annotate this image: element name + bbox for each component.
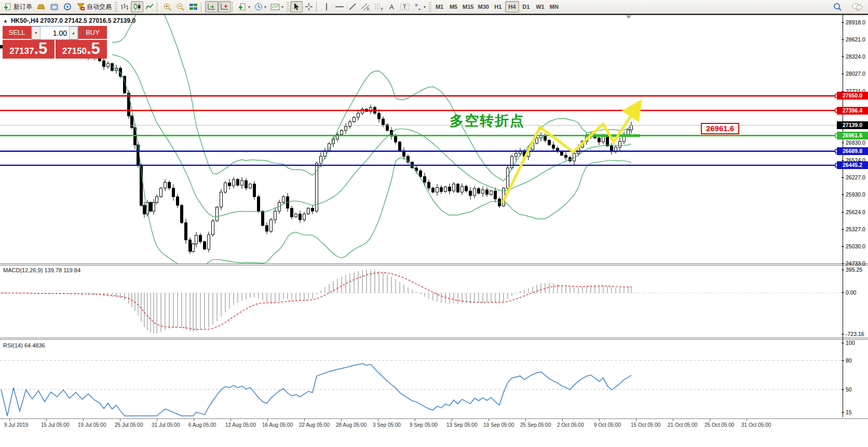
timeframe-M30[interactable]: M30 xyxy=(476,1,491,12)
time-axis-label: 21 Oct 05:00 xyxy=(668,422,697,428)
timeframe-H4[interactable]: H4 xyxy=(505,1,519,12)
time-axis-label: 31 Oct 05:00 xyxy=(741,422,771,428)
price-tag-label[interactable]: 26961.6 xyxy=(701,123,739,134)
zoom-in-button[interactable] xyxy=(161,1,174,12)
time-axis-label: 15 Oct 05:00 xyxy=(631,422,660,428)
candlestick-chart-button[interactable] xyxy=(131,1,143,12)
zoom-out-button[interactable] xyxy=(174,1,187,12)
level-price-label: 26961.6 xyxy=(837,132,868,139)
time-axis-label: 25 Jul 05:00 xyxy=(115,422,143,428)
macd-plot xyxy=(0,264,843,338)
time-axis-label: 13 Sep 05:00 xyxy=(446,422,478,428)
current-price-label: 27139.0 xyxy=(837,121,868,129)
ask-price[interactable]: 27150 .5 xyxy=(56,40,107,59)
chart-annotation-text[interactable]: 多空转折点 xyxy=(450,111,525,130)
price-axis-tick: 28621.0 xyxy=(846,36,865,43)
timeframe-M1[interactable]: M1 xyxy=(432,1,446,12)
svg-text:E: E xyxy=(367,7,370,11)
signal-icon[interactable] xyxy=(61,1,74,12)
time-axis-label: 9 Oct 05:00 xyxy=(594,422,621,428)
price-axis-tick: 24733.0 xyxy=(846,260,865,267)
autotrading-button[interactable]: 自动交易 xyxy=(74,1,114,12)
timeframe-H1[interactable]: H1 xyxy=(491,1,505,12)
timeframe-M15[interactable]: M15 xyxy=(460,1,476,12)
volume-decrease-button[interactable]: ▼ xyxy=(32,26,40,39)
rsi-axis-tick: 50 xyxy=(846,386,852,393)
rsi-axis-tick: 15 xyxy=(846,409,852,415)
price-axis-tick: 26227.0 xyxy=(846,174,865,180)
time-axis-label: 19 Sep 05:00 xyxy=(483,422,514,428)
time-axis-label: 15 Jul 05:00 xyxy=(41,422,70,428)
toolbar-separator xyxy=(316,2,319,12)
arrows-tool[interactable]: ▾ xyxy=(412,1,428,12)
collapse-header-icon[interactable]: ▲ xyxy=(3,18,8,23)
time-axis-label: 6 Aug 05:00 xyxy=(188,422,216,428)
toolbar-separator xyxy=(157,2,160,12)
macd-axis-tick: -723.16 xyxy=(846,331,864,337)
fibonacci-tool[interactable]: F xyxy=(372,1,386,12)
new-chart-button[interactable]: ▾ xyxy=(236,1,252,12)
sell-button[interactable]: SELL xyxy=(3,26,31,40)
time-axis-label: 28 Aug 05:00 xyxy=(336,422,367,428)
bid-price[interactable]: 27137 .5 xyxy=(3,40,55,59)
time-axis-label: 19 Jul 05:00 xyxy=(78,422,106,428)
rsi-axis-tick: 80 xyxy=(846,357,852,364)
svg-text:T: T xyxy=(403,4,406,10)
chat-icon[interactable] xyxy=(849,1,865,12)
buy-button[interactable]: BUY xyxy=(78,26,107,40)
toolbar-separator xyxy=(232,2,235,12)
vertical-line-tool[interactable] xyxy=(320,1,333,12)
toolbar-grip[interactable] xyxy=(115,2,117,11)
svg-text:A: A xyxy=(389,3,394,11)
level-price-label: 27396.4 xyxy=(837,107,868,115)
time-axis[interactable]: 9 Jul 201915 Jul 05:0019 Jul 05:0025 Jul… xyxy=(0,418,868,431)
time-axis-label: 31 Jul 05:00 xyxy=(152,422,180,428)
line-chart-button[interactable] xyxy=(143,1,156,12)
rsi-plot xyxy=(0,340,843,417)
bar-chart-button[interactable] xyxy=(118,1,131,12)
search-icon[interactable] xyxy=(831,1,844,12)
price-axis[interactable]: 28918.028621.028324.028027.027721.026830… xyxy=(843,15,868,417)
gold-icon[interactable] xyxy=(34,1,48,12)
timeframe-D1[interactable]: D1 xyxy=(519,1,533,12)
time-axis-label: 9 Jul 2019 xyxy=(4,422,28,428)
rsi-label: RSI(14) 64.4836 xyxy=(3,342,45,348)
chart-window: 28918.028621.028324.028027.027721.026830… xyxy=(0,14,868,447)
autotrading-icon xyxy=(76,3,85,11)
macd-axis-tick: 0.00 xyxy=(846,289,856,296)
crosshair-tool-button[interactable] xyxy=(303,1,315,12)
level-price-label: 26445.2 xyxy=(837,161,868,169)
text-label-tool[interactable]: T xyxy=(398,1,412,12)
auto-scroll-button[interactable] xyxy=(205,1,218,12)
time-axis-label: 9 Sep 05:00 xyxy=(410,422,438,428)
timeframe-M5[interactable]: M5 xyxy=(446,1,460,12)
timeframe-MN[interactable]: MN xyxy=(547,1,561,12)
cursor-tool-button[interactable] xyxy=(290,1,303,12)
time-axis-label: 22 Aug 05:00 xyxy=(299,422,330,428)
time-axis-label: 16 Aug 05:00 xyxy=(262,422,293,428)
tile-windows-button[interactable] xyxy=(187,1,200,12)
level-price-label: 26689.8 xyxy=(837,147,868,155)
equidistant-channel-tool[interactable]: E xyxy=(359,1,372,12)
templates-button[interactable]: ▾ xyxy=(268,1,286,12)
text-tool[interactable]: A xyxy=(386,1,398,12)
main-chart-plot[interactable] xyxy=(0,15,843,263)
new-order-button[interactable]: 新订单 xyxy=(2,1,34,12)
toolbar-grip[interactable] xyxy=(287,2,289,11)
trendline-tool[interactable] xyxy=(346,1,359,12)
depth-window-icon[interactable] xyxy=(48,1,61,12)
toolbar-grip[interactable] xyxy=(429,2,431,11)
price-axis-tick: 28918.0 xyxy=(846,19,865,25)
macd-label: MACD(12,26,9) 139.78 119.84 xyxy=(3,267,80,273)
timeframe-W1[interactable]: W1 xyxy=(533,1,547,12)
chart-shift-button[interactable] xyxy=(218,1,231,12)
volume-input[interactable] xyxy=(40,29,69,37)
chart-header: ▲ HK50-,H4 27037.0 27142.5 27016.5 27139… xyxy=(3,17,135,24)
horizontal-line-tool[interactable] xyxy=(333,1,346,12)
price-axis-tick: 25327.0 xyxy=(846,226,865,232)
price-axis-tick: 28027.0 xyxy=(846,71,865,77)
main-toolbar: 新订单 自动交易 ▾ ▾ ▾ E F A T ▾ M1M5M15M30H1H4D… xyxy=(0,0,868,14)
timeframe-button-group: M1M5M15M30H1H4D1W1MN xyxy=(432,1,561,12)
volume-increase-button[interactable]: ▲ xyxy=(69,26,78,39)
periods-button[interactable]: ▾ xyxy=(252,1,268,12)
